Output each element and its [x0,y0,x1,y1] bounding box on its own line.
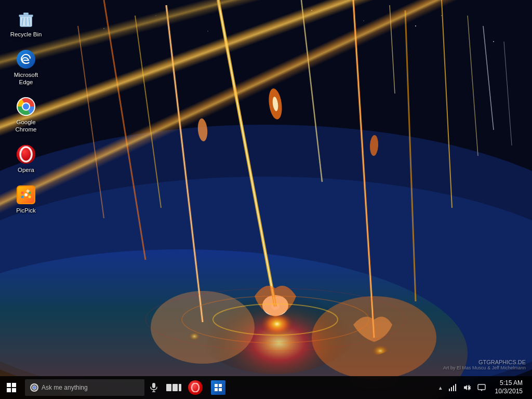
svg-point-64 [33,386,36,389]
svg-point-2 [415,25,416,26]
picpick-label: PicPick [16,207,36,215]
mini-quad-br [219,388,222,391]
svg-rect-71 [453,385,454,391]
svg-point-9 [103,28,104,29]
recycle-bin-svg [16,9,36,29]
svg-line-33 [301,0,322,182]
action-center-icon [477,384,486,392]
svg-point-68 [192,383,199,392]
windows-logo-quad-tr [12,383,16,387]
task-view-icon [166,384,181,391]
opera-taskbar-icon [188,380,203,395]
svg-line-25 [405,10,416,301]
system-tray: ▲ [437,376,532,399]
svg-point-6 [311,10,312,11]
google-chrome-label: Google Chrome [7,119,45,134]
svg-rect-0 [0,0,532,399]
svg-point-43 [145,288,405,351]
desktop-icons: Recycle Bin Microsoft Edge [5,5,47,218]
mini-quad-tr [219,384,222,387]
svg-rect-75 [478,384,485,390]
svg-point-5 [363,20,364,21]
clock[interactable]: 5:15 AM 10/3/2015 [490,376,528,399]
windows-logo-quad-tl [7,383,11,387]
microphone-icon [150,382,158,393]
google-chrome-image [16,96,36,117]
svg-line-27 [468,16,478,156]
svg-point-39 [197,118,208,141]
picpick-image [16,184,36,205]
earth-curve [0,165,318,352]
microsoft-edge-icon[interactable]: Microsoft Edge [5,46,47,89]
cortana-icon [31,384,37,391]
microsoft-edge-image [16,49,36,70]
search-bar[interactable]: Ask me anything [25,379,144,396]
svg-line-22 [218,0,275,307]
windows-logo-quad-br [12,388,16,392]
opera-icon[interactable]: Opera [5,141,47,177]
svg-rect-1 [0,0,532,399]
network-icon [448,384,457,391]
mini-quad-tl [215,384,218,387]
svg-point-7 [207,31,208,32]
svg-point-59 [21,191,24,194]
windows-mini-logo [215,384,222,391]
meteor-overlay [0,0,532,399]
google-chrome-icon[interactable]: Google Chrome [5,93,47,137]
svg-line-34 [483,26,494,130]
task-view-rect-3 [179,384,181,391]
svg-point-17 [340,314,397,356]
wallpaper [0,0,532,399]
svg-point-38 [272,96,279,111]
svg-rect-72 [455,384,456,391]
svg-point-42 [182,296,369,343]
cortana-mic-button[interactable] [144,376,163,399]
windows-logo [7,383,16,392]
action-center-tray-icon[interactable] [475,376,488,399]
recycle-bin-icon[interactable]: Recycle Bin [5,5,47,42]
svg-line-30 [104,0,145,260]
svg-point-4 [493,41,494,42]
cortana-circle [30,383,38,392]
svg-line-29 [166,5,203,322]
svg-point-41 [213,304,338,335]
svg-point-52 [23,103,29,110]
taskbar-windows-app[interactable] [207,376,230,399]
svg-point-16 [234,275,317,338]
taskbar-opera[interactable] [184,376,207,399]
svg-point-40 [369,135,379,156]
opera-label: Opera [18,167,34,174]
network-tray-icon[interactable] [446,376,459,399]
task-view-rect-2 [172,384,178,391]
clock-time: 5:15 AM [500,379,523,388]
volume-tray-icon[interactable] [461,376,473,399]
svg-line-26 [442,0,452,208]
microsoft-edge-label: Microsoft Edge [7,72,45,86]
opera-image [16,144,36,165]
svg-point-37 [267,88,284,121]
desktop: Recycle Bin Microsoft Edge [0,0,532,399]
picpick-icon[interactable]: PicPick [5,181,47,218]
svg-rect-70 [451,387,452,391]
task-view-rect-1 [166,384,171,391]
svg-point-14 [312,296,436,379]
svg-line-31 [135,16,161,208]
svg-point-58 [24,193,28,196]
clock-date: 10/3/2015 [495,388,523,396]
start-button[interactable] [0,376,23,399]
svg-rect-45 [19,15,33,17]
svg-line-21 [218,0,275,307]
svg-point-3 [441,15,442,16]
svg-rect-46 [23,13,29,15]
svg-line-23 [353,0,374,338]
task-view-button[interactable] [163,376,184,399]
svg-line-36 [390,5,395,94]
svg-point-19 [262,295,288,316]
svg-point-10 [0,125,532,399]
svg-point-18 [177,307,223,343]
svg-rect-69 [449,389,450,391]
svg-line-24 [353,0,374,338]
tray-overflow-arrow[interactable]: ▲ [437,385,444,391]
mini-quad-bl [215,388,218,391]
edge-logo [17,50,35,69]
